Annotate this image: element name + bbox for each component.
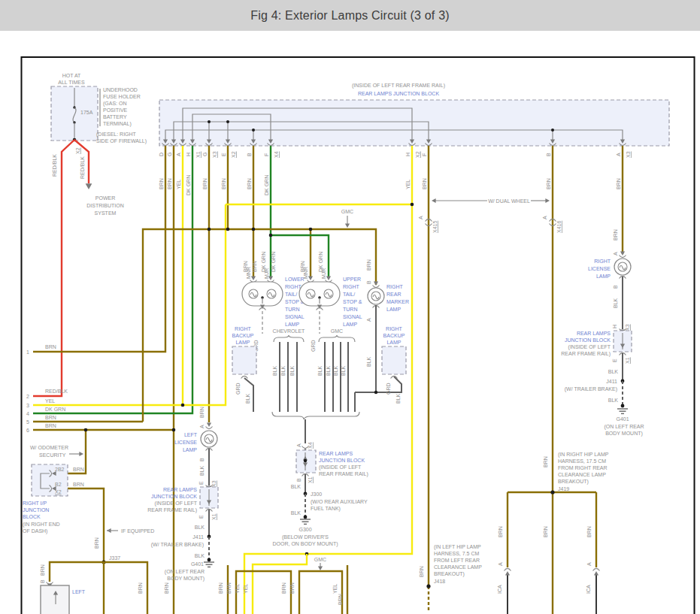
wiring-diagram-page: Fig 4: Exterior Lamps Circuit (3 of 3) H… bbox=[0, 0, 700, 614]
svg-text:JUNCTION BLOCK: JUNCTION BLOCK bbox=[319, 458, 365, 463]
svg-text:POWER: POWER bbox=[95, 195, 115, 201]
right-license-lamp-column: BRN A RIGHT LICENSE LAMP B BLK H X3 REAR… bbox=[561, 229, 644, 437]
svg-text:X2: X2 bbox=[231, 151, 236, 158]
svg-text:BLK: BLK bbox=[317, 365, 323, 376]
svg-text:GRD: GRD bbox=[386, 383, 391, 395]
svg-text:LAMP: LAMP bbox=[386, 307, 401, 312]
svg-text:ALL TIMES: ALL TIMES bbox=[58, 80, 85, 85]
svg-text:BRN: BRN bbox=[616, 178, 621, 189]
rear-lamps-junction-block-small: A X4 REAR LAMPS JUNCTION BLOCK (INSIDE O… bbox=[273, 442, 368, 547]
svg-text:(INSIDE OF LEFT: (INSIDE OF LEFT bbox=[155, 501, 198, 507]
svg-text:(INSIDE OF LEFT: (INSIDE OF LEFT bbox=[319, 464, 362, 470]
svg-text:W/ DUAL WHEEL: W/ DUAL WHEEL bbox=[488, 198, 530, 204]
svg-text:BLK: BLK bbox=[333, 365, 338, 376]
svg-text:J411: J411 bbox=[192, 534, 204, 540]
right-ip-junction-block: W/ ODOMETER SECURITY 2B2 BRN B2 X2 BRN R… bbox=[23, 445, 84, 534]
svg-text:BLK: BLK bbox=[395, 393, 401, 404]
svg-text:MNR: MNR bbox=[246, 267, 251, 279]
svg-text:B: B bbox=[366, 280, 371, 284]
svg-text:YEL: YEL bbox=[176, 180, 181, 189]
svg-text:YEL: YEL bbox=[235, 584, 240, 594]
svg-text:BRN: BRN bbox=[45, 344, 56, 349]
svg-text:BLOCK: BLOCK bbox=[23, 514, 41, 519]
gmc-bus-pointer: GMC bbox=[341, 209, 353, 228]
wiring-diagram-canvas: HOT AT ALL TIMES 175A UNDERHOOD FUSE HOL… bbox=[0, 0, 700, 614]
svg-text:TERMINAL): TERMINAL) bbox=[103, 121, 132, 127]
svg-text:SIDE OF FIREWALL): SIDE OF FIREWALL) bbox=[96, 138, 147, 144]
svg-text:RIGHT: RIGHT bbox=[386, 284, 404, 289]
svg-text:RIGHT: RIGHT bbox=[343, 284, 360, 289]
svg-text:X416: X416 bbox=[556, 221, 562, 233]
svg-text:LAMP: LAMP bbox=[183, 447, 197, 452]
svg-text:BRN: BRN bbox=[586, 526, 592, 537]
fuse-rating: 175A bbox=[80, 110, 93, 115]
svg-text:BRN: BRN bbox=[138, 582, 143, 594]
svg-text:D: D bbox=[159, 153, 164, 156]
svg-text:BLK: BLK bbox=[291, 484, 302, 489]
svg-text:X3: X3 bbox=[212, 151, 217, 158]
svg-text:J418: J418 bbox=[434, 579, 445, 584]
svg-text:(IN RIGHT END: (IN RIGHT END bbox=[23, 522, 60, 528]
svg-text:YEL: YEL bbox=[332, 584, 338, 594]
svg-text:YEL: YEL bbox=[243, 584, 248, 594]
svg-text:BRN: BRN bbox=[252, 261, 257, 272]
svg-text:H: H bbox=[405, 153, 411, 156]
svg-text:RED/BLK: RED/BLK bbox=[52, 154, 57, 177]
svg-text:BLK: BLK bbox=[280, 365, 286, 376]
svg-text:BRN: BRN bbox=[498, 526, 503, 537]
svg-text:CLEARANCE LAMP: CLEARANCE LAMP bbox=[558, 472, 606, 477]
svg-text:BRN: BRN bbox=[94, 537, 99, 549]
svg-text:X4: X4 bbox=[274, 151, 279, 158]
svg-text:BRN: BRN bbox=[226, 582, 232, 594]
svg-text:DK GRN: DK GRN bbox=[271, 252, 276, 272]
svg-text:RIGHT: RIGHT bbox=[386, 326, 403, 331]
svg-text:A: A bbox=[586, 562, 592, 566]
svg-text:BLK: BLK bbox=[608, 398, 619, 403]
svg-text:BRN: BRN bbox=[199, 407, 205, 418]
svg-text:IF EQUIPPED: IF EQUIPPED bbox=[121, 528, 154, 534]
svg-text:(ON LEFT REAR: (ON LEFT REAR bbox=[604, 424, 644, 430]
svg-text:REAR FRAME RAIL): REAR FRAME RAIL) bbox=[561, 351, 611, 357]
svg-text:FUSE HOLDER: FUSE HOLDER bbox=[103, 94, 141, 99]
svg-text:BRN: BRN bbox=[45, 423, 56, 428]
svg-text:X2: X2 bbox=[75, 147, 80, 154]
svg-text:YEL: YEL bbox=[405, 180, 411, 189]
svg-text:BRN: BRN bbox=[338, 594, 343, 605]
svg-text:H: H bbox=[612, 325, 617, 328]
svg-text:(BELOW DRIVER'S: (BELOW DRIVER'S bbox=[282, 534, 329, 540]
svg-text:REAR LAMPS: REAR LAMPS bbox=[163, 487, 197, 492]
svg-text:REAR FRAME RAIL): REAR FRAME RAIL) bbox=[319, 471, 368, 477]
svg-text:A: A bbox=[418, 216, 423, 219]
svg-text:BRN: BRN bbox=[543, 456, 548, 467]
svg-text:ICA: ICA bbox=[497, 585, 502, 594]
svg-text:W/ ODOMETER: W/ ODOMETER bbox=[30, 445, 68, 450]
svg-text:BRN: BRN bbox=[73, 467, 84, 472]
svg-text:BLK: BLK bbox=[195, 553, 205, 558]
svg-text:G401: G401 bbox=[191, 561, 204, 567]
svg-text:YEL: YEL bbox=[45, 398, 55, 404]
svg-text:SYSTEM: SYSTEM bbox=[95, 210, 117, 216]
svg-text:GMC: GMC bbox=[331, 328, 343, 334]
svg-text:DK GRN: DK GRN bbox=[264, 175, 269, 195]
svg-text:BRN: BRN bbox=[543, 526, 548, 537]
svg-text:OF DASH): OF DASH) bbox=[23, 528, 47, 534]
svg-text:X1: X1 bbox=[211, 513, 217, 520]
svg-text:RIGHT: RIGHT bbox=[285, 284, 302, 289]
svg-text:A: A bbox=[176, 153, 181, 156]
svg-text:JUNCTION BLOCK: JUNCTION BLOCK bbox=[151, 494, 197, 499]
svg-text:G300: G300 bbox=[298, 527, 311, 532]
svg-text:LICENSE: LICENSE bbox=[174, 440, 197, 445]
svg-text:BRN: BRN bbox=[289, 582, 295, 594]
svg-text:H: H bbox=[186, 153, 191, 156]
hot-label: HOT AT bbox=[62, 73, 81, 78]
svg-text:MJR: MJR bbox=[264, 268, 269, 279]
svg-text:BREAKOUT): BREAKOUT) bbox=[434, 571, 465, 577]
svg-text:BRN: BRN bbox=[167, 178, 172, 189]
svg-text:CHEVROLET: CHEVROLET bbox=[273, 328, 306, 334]
svg-text:BRN: BRN bbox=[218, 582, 223, 594]
svg-text:X1: X1 bbox=[308, 476, 313, 483]
svg-text:DISTRIBUTION: DISTRIBUTION bbox=[86, 203, 123, 208]
svg-text:F: F bbox=[422, 153, 427, 156]
svg-text:RED/BLK: RED/BLK bbox=[45, 389, 68, 394]
svg-text:B: B bbox=[40, 579, 45, 583]
